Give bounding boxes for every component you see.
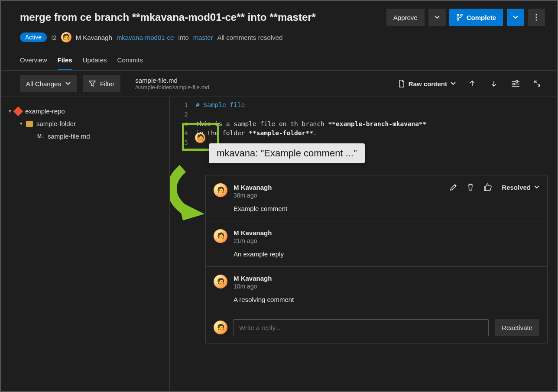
arrow-down-icon	[490, 80, 497, 87]
svg-point-4	[535, 16, 537, 18]
chevron-down-icon	[65, 81, 71, 86]
delete-button[interactable]	[467, 183, 474, 191]
comment-author: M Kavanagh	[234, 184, 272, 191]
more-button[interactable]	[528, 9, 545, 26]
avatar	[214, 321, 227, 334]
chevron-down-icon	[513, 15, 518, 20]
repo-icon	[13, 106, 23, 116]
svg-point-5	[535, 19, 537, 20]
tab-updates[interactable]: Updates	[83, 53, 107, 70]
approve-button[interactable]: Approve	[386, 9, 425, 26]
status-dropdown[interactable]: Resolved	[502, 184, 539, 191]
comment: M Kavanagh Resolved 38m ago Example	[206, 175, 547, 221]
settings-button[interactable]	[508, 76, 523, 91]
tab-commits[interactable]: Commits	[117, 53, 143, 70]
filter-label: Filter	[100, 80, 114, 87]
markdown-icon: M↓	[37, 133, 44, 139]
comment-avatar-inline[interactable]	[195, 133, 205, 143]
folder-icon	[26, 121, 33, 127]
comment-author: M Kavanagh	[234, 275, 272, 282]
code-line: # Sample file	[196, 101, 245, 108]
target-branch[interactable]: master	[193, 34, 213, 41]
svg-point-0	[457, 14, 459, 16]
complete-dropdown[interactable]	[507, 9, 524, 26]
comment: M Kavanagh 10m ago A resolving comment	[206, 267, 547, 312]
pr-title: merge from ce branch **mkavana-mod01-ce*…	[20, 11, 316, 23]
comment-text: Example comment	[234, 205, 539, 212]
into-label: into	[178, 34, 188, 41]
tree-repo-label: example-repo	[25, 107, 65, 115]
svg-point-1	[457, 19, 459, 20]
approve-dropdown[interactable]	[428, 9, 446, 26]
comment-time: 21m ago	[234, 237, 539, 244]
code-line: This is a sample file on th branch **exa…	[196, 120, 427, 129]
comment-text: An example reply	[234, 250, 539, 258]
author-name: M Kavanagh	[76, 34, 112, 41]
tab-overview[interactable]: Overview	[20, 53, 47, 70]
reply-input[interactable]	[234, 319, 489, 336]
svg-point-2	[461, 14, 462, 16]
next-diff-button[interactable]	[486, 76, 502, 91]
chevron-down-icon	[451, 81, 456, 86]
code-view: 1# Sample file 2 3This is a sample file …	[170, 97, 557, 148]
pencil-icon	[450, 183, 457, 191]
comment-time: 10m ago	[234, 283, 539, 290]
comment: M Kavanagh 21m ago An example reply	[206, 221, 547, 267]
svg-rect-7	[513, 83, 515, 85]
filter-icon	[89, 80, 96, 87]
raw-content-dropdown[interactable]: Raw content	[396, 80, 458, 87]
file-path: /sample-folder/sample-file.md	[135, 84, 209, 91]
svg-rect-6	[516, 81, 518, 82]
fullscreen-button[interactable]	[529, 76, 545, 91]
chevron-down-icon	[534, 185, 539, 190]
edit-button[interactable]	[450, 183, 457, 191]
complete-button[interactable]: Complete	[449, 9, 503, 26]
thumbs-up-icon	[483, 183, 492, 191]
all-changes-dropdown[interactable]: All Changes	[20, 75, 77, 92]
reactivate-button[interactable]: Reactivate	[495, 319, 539, 336]
all-changes-label: All Changes	[26, 80, 61, 87]
comments-status: All comments resolved	[217, 34, 282, 41]
document-icon	[398, 80, 405, 87]
comment-tooltip: mkavana: "Example comment ..."	[209, 143, 365, 163]
avatar	[214, 275, 227, 288]
like-button[interactable]	[483, 183, 492, 191]
chevron-down-icon: ▾	[9, 108, 11, 114]
status-badge: Active	[20, 32, 47, 42]
comment-author: M Kavanagh	[234, 229, 272, 236]
tree-folder-label: sample-folder	[36, 120, 76, 127]
file-name: sample-file.md	[135, 77, 209, 84]
comment-thread: M Kavanagh Resolved 38m ago Example	[205, 175, 548, 343]
chevron-down-icon: ▾	[20, 121, 23, 126]
merge-icon	[456, 14, 463, 21]
status-label: Resolved	[502, 184, 531, 191]
trash-icon	[467, 183, 474, 191]
raw-content-label: Raw content	[409, 80, 447, 87]
tree-repo[interactable]: ▾ example-repo	[5, 105, 165, 117]
avatar	[214, 183, 227, 197]
complete-label: Complete	[467, 14, 496, 21]
prev-diff-button[interactable]	[464, 76, 480, 91]
tab-files[interactable]: Files	[58, 53, 72, 70]
tree-folder[interactable]: ▾ sample-folder	[5, 117, 165, 130]
source-branch[interactable]: mkavana-mod01-ce	[117, 34, 174, 41]
sliders-icon	[512, 80, 519, 87]
avatar	[214, 229, 227, 243]
comment-text: A resolving comment	[234, 296, 539, 303]
chevron-down-icon	[435, 15, 440, 20]
arrow-up-icon	[469, 80, 476, 87]
expand-icon	[534, 80, 541, 87]
tree-file[interactable]: M↓ sample-file.md	[5, 130, 165, 143]
kebab-icon	[535, 14, 537, 21]
filter-button[interactable]: Filter	[83, 75, 120, 92]
svg-point-3	[535, 14, 537, 15]
author-avatar	[61, 32, 71, 42]
tree-file-label: sample-file.md	[48, 133, 90, 140]
comment-time: 38m ago	[234, 192, 539, 199]
pr-id: !2	[51, 34, 57, 41]
